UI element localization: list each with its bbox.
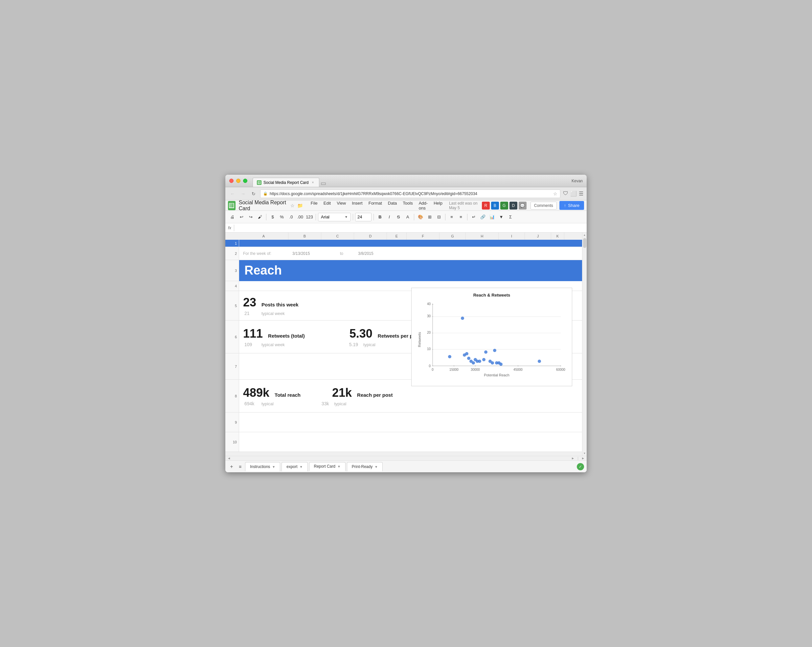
align-left-button[interactable]: ≡ [447,213,456,221]
row-10-cells[interactable] [239,432,582,452]
strikethrough-button[interactable]: S [394,213,403,221]
scroll-thumb[interactable] [583,238,586,248]
text-color-button[interactable]: A [403,213,412,221]
row-num-3: 3 [225,260,239,281]
align-center-button[interactable]: ≡ [456,213,465,221]
menu-tools[interactable]: Tools [400,199,415,212]
tab-close-button[interactable]: × [310,180,315,185]
add-sheet-button[interactable]: + [228,463,235,470]
menu-edit[interactable]: Edit [321,199,333,212]
svg-text:15000: 15000 [449,368,459,371]
sheet-tab-instructions[interactable]: Instructions ▼ [245,462,280,471]
currency-icon[interactable]: $ [269,213,277,221]
font-size-selector[interactable]: 24 [355,213,371,221]
row-3-cells[interactable]: Reach [239,260,582,281]
ext-blue-icon[interactable]: B [491,201,499,209]
font-selector[interactable]: Arial ▼ [318,213,351,221]
row-2-cells[interactable]: For the week of: 3/13/2015 to 3/8/2015 [239,247,582,260]
menu-addons[interactable]: Add-ons [416,199,430,212]
scroll-right-arrow[interactable]: ▶ [571,457,575,460]
export-dropdown-icon: ▼ [299,465,303,468]
instructions-tab-label: Instructions [250,464,270,469]
extension-icon-2[interactable]: ⬜ [570,191,577,197]
ext-dark-icon[interactable]: D [510,201,517,209]
svg-text:30000: 30000 [471,368,480,371]
star-doc-icon[interactable]: ☆ [290,203,295,208]
menu-insert[interactable]: Insert [349,199,365,212]
sheet-tab-export[interactable]: export ▼ [281,462,307,471]
bold-button[interactable]: B [376,213,384,221]
functions-button[interactable]: Σ [506,213,515,221]
scroll-right2-arrow[interactable]: ▶ [581,457,585,460]
scroll-separator [578,457,578,460]
formula-input[interactable] [237,225,584,230]
extension-icon-1[interactable]: 🛡 [563,191,568,197]
new-tab-button[interactable]: ▭ [321,180,326,187]
print-icon[interactable]: 🖨 [228,213,237,221]
decimal-increase-icon[interactable]: .00 [296,213,304,221]
decimal-decrease-icon[interactable]: .0 [287,213,295,221]
sheet-list-button[interactable]: ≡ [237,463,244,470]
chart-button[interactable]: 📊 [488,213,496,221]
row-9-cells[interactable] [239,412,582,432]
menu-data[interactable]: Data [385,199,400,212]
row-10: 10 [225,432,582,452]
refresh-button[interactable]: ↻ [250,190,258,198]
posts-typical-num: 21 [244,311,256,316]
menu-view[interactable]: View [334,199,348,212]
active-tab[interactable]: Social Media Report Card × [253,178,319,187]
forward-button[interactable]: → [239,190,247,198]
instructions-dropdown-icon: ▼ [272,465,275,468]
number-format-icon[interactable]: 123 [305,213,314,221]
wrap-text-button[interactable]: ↵ [469,213,478,221]
menu-format[interactable]: Format [366,199,385,212]
report-card-dropdown-icon: ▼ [337,465,340,468]
share-label: Share [568,203,580,208]
italic-button[interactable]: I [385,213,394,221]
edit-timestamp: Last edit was on May 5 [449,201,482,210]
col-header-h: H [466,232,499,240]
share-button[interactable]: ↑ Share [559,201,584,210]
scroll-up-arrow[interactable]: ▲ [582,232,587,238]
merge-button[interactable]: ⊟ [435,213,443,221]
borders-button[interactable]: ⊞ [425,213,434,221]
close-button[interactable] [229,179,234,183]
minimize-button[interactable] [236,179,240,183]
scroll-down-arrow[interactable]: ▼ [582,451,587,456]
traffic-lights [229,179,247,183]
scroll-left-arrow[interactable]: ◀ [227,457,231,460]
ext-red-icon[interactable]: R [482,201,490,209]
filter-button[interactable]: ▼ [497,213,505,221]
spreadsheet-area: A B C D E F G H I J K 1 2 For th [225,232,587,456]
row-num-5: 5 [225,291,239,320]
sheet-tab-report-card[interactable]: Report Card ▼ [309,462,346,471]
row-1-cells[interactable] [239,240,582,247]
scroll-track[interactable] [582,238,587,451]
folder-icon[interactable]: 📁 [297,203,303,208]
back-button[interactable]: ← [229,190,237,198]
ext-green-icon[interactable]: G [500,201,508,209]
row-num-4: 4 [225,281,239,291]
bookmark-icon[interactable]: ☆ [553,191,557,197]
col-header-k: K [551,232,564,240]
ext-chat-icon[interactable]: 💬 [519,201,527,209]
sheet-tab-print-ready[interactable]: Print-Ready ▼ [347,462,383,471]
row-3: 3 Reach [225,260,582,281]
formula-label: fx [228,225,231,230]
percent-icon[interactable]: % [278,213,286,221]
retweets-typical-num: 109 [244,342,256,347]
posts-label: Posts this week [261,302,299,307]
menu-file[interactable]: File [308,199,320,212]
url-bar[interactable]: 🔒 https://docs.google.com/spreadsheets/d… [260,189,560,198]
vertical-scrollbar[interactable]: ▲ ▼ [582,232,587,456]
link-button[interactable]: 🔗 [479,213,487,221]
undo-icon[interactable]: ↩ [237,213,246,221]
redo-icon[interactable]: ↪ [246,213,255,221]
fill-color-button[interactable]: 🎨 [416,213,425,221]
comments-button[interactable]: Comments [531,201,557,209]
menu-help[interactable]: Help [431,199,445,212]
row-num-9: 9 [225,412,239,432]
maximize-button[interactable] [243,179,247,183]
format-paint-icon[interactable]: 🖌 [256,213,264,221]
extension-icon-3[interactable]: ☰ [579,191,583,197]
